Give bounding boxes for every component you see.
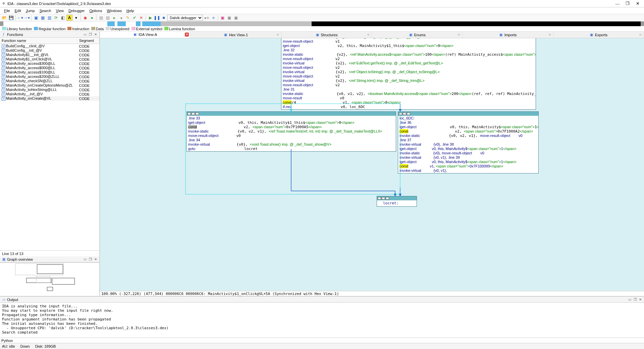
- tab-close-icon[interactable]: ✕: [548, 33, 552, 37]
- graph-node-left[interactable]: .line 33 iget-object v0, this, MainActiv…: [186, 111, 396, 152]
- function-row[interactable]: fBuildConfig__clinit_@VCODE: [0, 44, 99, 49]
- legend-item: Unexplored: [106, 27, 129, 31]
- navigation-band[interactable]: [0, 21, 644, 26]
- legend-item: External symbol: [131, 27, 162, 31]
- panel-restore-icon[interactable]: ❐: [88, 32, 93, 37]
- function-row[interactable]: fMainActivity__init_@VCODE: [0, 92, 99, 96]
- tab-enums[interactable]: ▣Enums✕: [372, 32, 463, 38]
- tab-close-icon[interactable]: ✕: [185, 33, 189, 37]
- ext2-icon[interactable]: ▣: [226, 15, 232, 21]
- function-row[interactable]: fMainActivity$1_onClick@VLCODE: [0, 57, 99, 61]
- tab-close-icon[interactable]: ✕: [276, 33, 280, 37]
- menu-windows[interactable]: Windows: [105, 8, 124, 13]
- panel-close-icon[interactable]: ✕: [93, 32, 98, 37]
- open-icon[interactable]: 📂: [1, 15, 7, 21]
- db6-icon[interactable]: ✔: [131, 15, 138, 21]
- db5-icon[interactable]: ✎: [125, 15, 131, 21]
- menu-file[interactable]: File: [2, 8, 12, 13]
- tab-imports[interactable]: ▣Imports✕: [463, 32, 553, 38]
- col-function-name[interactable]: Function name: [0, 38, 77, 44]
- db2-icon[interactable]: ▤: [105, 15, 111, 21]
- panel-close-icon[interactable]: ✕: [638, 297, 643, 302]
- save-icon[interactable]: 💾: [8, 15, 14, 21]
- tab-close-icon[interactable]: ✕: [638, 33, 642, 37]
- menu-debugger[interactable]: Debugger: [66, 8, 87, 13]
- pause-icon[interactable]: ❚❚: [154, 15, 160, 21]
- nav-right-arrow[interactable]: [641, 21, 644, 26]
- ida-view-canvas[interactable]: invoke-virtual {v1}, <ref String.trim() …: [100, 38, 644, 291]
- menu-view[interactable]: View: [54, 8, 66, 13]
- graph-status: 100.00% (-327,226) (477,344) 000006C6 00…: [100, 291, 644, 296]
- tool2-icon[interactable]: ▦: [40, 15, 46, 21]
- dbg2-icon[interactable]: ⎆: [210, 15, 216, 21]
- mark-icon[interactable]: ◉: [82, 15, 88, 21]
- tab-ida-view-a[interactable]: ▣IDA View-A✕: [100, 32, 191, 38]
- maximize-button[interactable]: ❐: [623, 0, 633, 7]
- run-icon[interactable]: ●: [89, 15, 95, 21]
- tool3-icon[interactable]: ▥: [46, 15, 52, 21]
- menu-help[interactable]: Help: [124, 8, 136, 13]
- function-row[interactable]: fMainActivity_onCreate@VLCODE: [0, 96, 99, 101]
- panel-restore-icon[interactable]: ❐: [88, 257, 93, 262]
- function-row[interactable]: fMainActivity_access$100@LLCODE: [0, 70, 99, 74]
- dropdown-icon[interactable]: ▾: [73, 15, 79, 21]
- graph-node-right[interactable]: loc_6DC: .line 36 iget-object v0, this, …: [398, 111, 539, 173]
- db1-icon[interactable]: ▤: [98, 15, 104, 21]
- tab-close-icon[interactable]: ✕: [366, 33, 370, 37]
- functions-icon: ƒ: [1, 33, 6, 37]
- function-row[interactable]: fMainActivity_access$200@ZLLLCODE: [0, 74, 99, 79]
- tool-icon[interactable]: ▣: [33, 15, 39, 21]
- back-icon[interactable]: ←▾: [17, 15, 23, 21]
- db4-icon[interactable]: ◂: [118, 15, 124, 21]
- function-row[interactable]: fMainActivity_access$300@LLCODE: [0, 61, 99, 66]
- panel-close-icon[interactable]: ✕: [93, 257, 98, 262]
- refresh-icon[interactable]: ⟳: [53, 15, 59, 21]
- panel-restore-icon[interactable]: ❐: [633, 297, 637, 302]
- ext1-icon[interactable]: ▣: [219, 15, 225, 21]
- ext3-icon[interactable]: ▣: [233, 15, 239, 21]
- functions-header: ƒ Functions ▭ ❐ ✕: [0, 32, 99, 38]
- output-panel: ▭ Output ▭ ❐ ✕ IDA is analysing the inpu…: [0, 296, 644, 343]
- tab-structures[interactable]: ▣Structures✕: [281, 32, 372, 38]
- nav-left-arrow[interactable]: [0, 21, 3, 26]
- function-row[interactable]: fMainActivity$1__init_@VLCODE: [0, 53, 99, 57]
- minimize-button[interactable]: —: [612, 0, 623, 7]
- panel-min-icon[interactable]: ▭: [627, 297, 632, 302]
- tab-close-icon[interactable]: ✕: [457, 33, 461, 37]
- graph-overview-icon: ▦: [1, 257, 6, 261]
- window-title: IDA - classes3.dex D:\cracker\Tools\apkt…: [7, 2, 612, 6]
- tool5-icon[interactable]: ◧: [60, 15, 66, 21]
- stop2-icon[interactable]: ■: [161, 15, 167, 21]
- db3-icon[interactable]: ▸: [111, 15, 117, 21]
- menu-edit[interactable]: Edit: [13, 8, 23, 13]
- function-row[interactable]: fMainActivity_onCreateOptionsMenu@ZLCODE: [0, 83, 99, 88]
- function-row[interactable]: fBuildConfig__init_@VCODE: [0, 48, 99, 53]
- tab-hex-view-1[interactable]: ▣Hex View-1✕: [191, 32, 281, 38]
- text-icon[interactable]: A: [66, 15, 72, 21]
- col-segment[interactable]: Segment: [77, 38, 99, 44]
- stop-icon[interactable]: ✕: [138, 15, 144, 21]
- graph-node-bottom[interactable]: locret:: [377, 196, 417, 207]
- menu-search[interactable]: Search: [38, 8, 53, 13]
- debugger-combo[interactable]: Dalvik debugger: [167, 15, 203, 21]
- output-icon: ▭: [1, 298, 6, 302]
- menu-jump[interactable]: Jump: [24, 8, 37, 13]
- function-row[interactable]: fMainActivity_checkSN@ZLLCODE: [0, 79, 99, 83]
- toolbar: 📂 💾 ←▾ →▾ ▣ ▦ ▥ ⟳ ◧ A ▾ ◉ ● ▤ ▤ ▸ ◂ ✎ ✔ …: [0, 14, 644, 21]
- close-button[interactable]: ✕: [633, 0, 643, 7]
- tab-exports[interactable]: ▣Exports✕: [553, 32, 644, 38]
- panel-min-icon[interactable]: ▭: [83, 32, 87, 37]
- functions-table[interactable]: Function name Segment fBuildConfig__clin…: [0, 38, 99, 250]
- graph-overview[interactable]: [0, 262, 99, 296]
- dbg1-icon[interactable]: ▸⎆: [204, 15, 210, 21]
- output-text[interactable]: IDA is analysing the input file... You m…: [0, 303, 644, 338]
- menu-options[interactable]: Options: [87, 8, 104, 13]
- graph-node-top[interactable]: invoke-virtual {v1}, <ref String.trim() …: [281, 38, 536, 110]
- forward-icon[interactable]: →▾: [24, 15, 30, 21]
- python-console-label[interactable]: Python: [0, 338, 644, 343]
- node-header: [187, 112, 396, 116]
- panel-min-icon[interactable]: ▭: [83, 257, 87, 262]
- play-icon[interactable]: ▶: [147, 15, 153, 21]
- function-row[interactable]: fMainActivity_access$000@LLCODE: [0, 66, 99, 70]
- function-row[interactable]: fMainActivity_toHexString@LLLCODE: [0, 88, 99, 92]
